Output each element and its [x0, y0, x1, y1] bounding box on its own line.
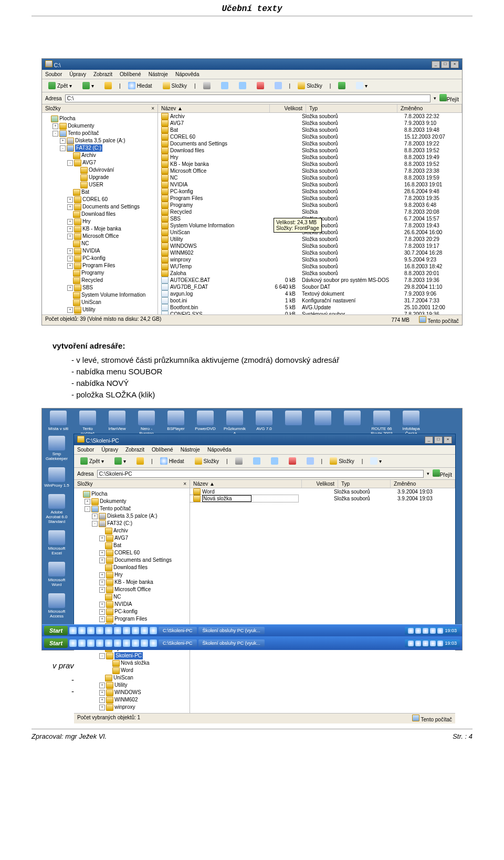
expand-toggle[interactable]: + — [99, 690, 105, 696]
file-row[interactable]: NCSložka souborů8.8.2003 19:59 — [158, 174, 462, 181]
views-button[interactable]: ▾ — [367, 456, 385, 466]
tree-item[interactable]: +Dokumenty — [75, 498, 188, 505]
expand-toggle[interactable]: + — [67, 204, 73, 210]
file-list[interactable]: WordSložka souborů3.9.2004 19:03Složka s… — [190, 488, 455, 713]
col-modified[interactable]: Změněno — [397, 104, 462, 112]
col-size[interactable]: Velikost — [302, 480, 338, 488]
file-row[interactable]: WordSložka souborů3.9.2004 19:03 — [190, 488, 455, 495]
expand-toggle[interactable]: + — [67, 285, 73, 291]
file-list[interactable]: ArchivSložka souborů7.8.2003 22:32AVG7Sl… — [158, 113, 462, 314]
menu-item[interactable]: Zobrazit — [125, 447, 144, 453]
back-button[interactable]: Zpět ▾ — [45, 81, 75, 90]
delete-button[interactable] — [254, 81, 267, 90]
expand-toggle[interactable]: + — [99, 558, 105, 563]
col-modified[interactable]: Změněno — [391, 480, 455, 488]
quicklaunch-icon[interactable] — [132, 639, 139, 647]
quicklaunch-icon[interactable] — [69, 627, 77, 634]
folder-tree[interactable]: Plocha+Dokumenty-Tento počítač+Disketa 3… — [42, 113, 158, 314]
file-row[interactable]: WUTempSložka souborů16.8.2003 18:42 — [158, 263, 462, 270]
menu-item[interactable]: Úpravy — [69, 71, 86, 77]
file-row[interactable]: AVG7DB_F.DAT6 640 kBSoubor DAT29.8.2004 … — [158, 284, 462, 290]
expand-toggle[interactable]: + — [67, 307, 73, 313]
expand-toggle[interactable]: - — [67, 160, 73, 166]
expand-toggle[interactable]: - — [60, 145, 66, 151]
tree-item[interactable]: -Tento počítač — [75, 505, 188, 512]
tree-item[interactable]: +NVIDIA — [43, 247, 156, 255]
tree-item[interactable]: NC — [75, 593, 188, 601]
folders-toggle-button[interactable]: Složky — [327, 456, 357, 466]
quicklaunch-icon[interactable] — [69, 639, 77, 647]
tray-icon[interactable] — [408, 628, 414, 634]
tree-item[interactable]: +Program Files — [43, 262, 156, 269]
tree-item[interactable]: +Microsoft Office — [43, 233, 156, 240]
tray-icon[interactable] — [437, 641, 443, 646]
quicklaunch-icon[interactable] — [96, 639, 103, 647]
delete-button[interactable] — [286, 456, 299, 466]
file-row[interactable]: avgun.log4 kBTextový dokument7.9.2003 9:… — [158, 290, 462, 297]
expand-toggle[interactable]: + — [67, 314, 73, 315]
tree-item[interactable]: +COREL 60 — [43, 196, 156, 203]
expand-toggle[interactable]: - — [85, 506, 90, 512]
expand-toggle[interactable]: + — [99, 705, 105, 710]
system-tray[interactable]: 19:03 — [405, 639, 460, 647]
taskbar-button[interactable]: C:\Skoleni-PC — [159, 639, 197, 647]
menu-item[interactable]: Nápověda — [207, 447, 232, 453]
tray-icon[interactable] — [415, 641, 421, 646]
tree-item[interactable]: +Disketa 3,5 palce (A:) — [75, 512, 188, 520]
menu-item[interactable]: Oblíbené — [152, 447, 173, 453]
tray-icon[interactable] — [423, 628, 428, 634]
file-row[interactable]: COREL 60Složka souborů15.12.2003 20:07 — [158, 133, 462, 140]
quicklaunch-icon[interactable] — [105, 639, 112, 647]
tree-item[interactable]: +Documents and Settings — [43, 203, 156, 211]
file-row[interactable]: Bootfont.bin5 kBAVG.Update25.10.2001 12:… — [158, 304, 462, 311]
file-row[interactable]: WINM602Složka souborů30.7.2004 16:28 — [158, 249, 462, 256]
tree-item[interactable]: Word — [75, 667, 188, 674]
expand-toggle[interactable]: + — [99, 616, 105, 622]
start-button[interactable]: Start — [44, 626, 68, 635]
back-button[interactable]: Zpět ▾ — [77, 456, 107, 466]
tree-item[interactable]: +Hry — [43, 218, 156, 225]
expand-toggle[interactable]: + — [67, 263, 73, 269]
file-row[interactable]: WINDOWSSložka souborů7.8.2003 19:17 — [158, 243, 462, 249]
copy-button[interactable] — [218, 81, 232, 90]
go-button[interactable]: Přejít — [433, 469, 452, 478]
expand-toggle[interactable]: + — [67, 256, 73, 261]
quicklaunch-icon[interactable] — [123, 627, 130, 634]
file-row[interactable]: Documents and SettingsSložka souborů7.8.… — [158, 140, 462, 147]
copy-button[interactable] — [250, 456, 264, 466]
expand-toggle[interactable]: + — [92, 513, 98, 519]
close-button[interactable]: × — [444, 436, 452, 444]
file-row[interactable]: AVG7Složka souborů7.9.2003 9:10 — [158, 120, 462, 127]
expand-toggle[interactable]: + — [99, 580, 105, 585]
expand-toggle[interactable]: + — [99, 697, 105, 703]
quicklaunch-icon[interactable] — [150, 639, 157, 647]
undo-button[interactable] — [303, 456, 317, 466]
tree-item[interactable]: Download files — [43, 211, 156, 218]
start-button[interactable]: Start — [44, 638, 68, 648]
address-input[interactable] — [97, 470, 424, 478]
file-row[interactable]: BatSložka souborů8.8.2003 19:48 — [158, 127, 462, 133]
tree-item[interactable]: Archiv — [43, 152, 156, 159]
folders-button[interactable]: Složky — [160, 81, 190, 90]
expand-toggle[interactable]: - — [99, 653, 105, 659]
quicklaunch-icon[interactable] — [105, 627, 112, 634]
tree-item[interactable]: -AVG7 — [43, 159, 156, 166]
file-row[interactable]: ArchivSložka souborů7.8.2003 22:32 — [158, 113, 462, 120]
expand-toggle[interactable]: + — [99, 609, 105, 615]
file-row[interactable]: Program FilesSložka souborů7.8.2003 19:3… — [158, 195, 462, 202]
folders-button[interactable]: Složky — [192, 456, 222, 466]
taskbar-button[interactable]: Školení obsluhy PC (vyuk... — [198, 639, 265, 647]
rename-input[interactable] — [202, 495, 251, 502]
quicklaunch-icon[interactable] — [78, 627, 86, 634]
expand-toggle[interactable]: + — [67, 248, 73, 254]
menu-item[interactable]: Úpravy — [101, 447, 118, 453]
cut-button[interactable] — [232, 456, 246, 466]
tree-item[interactable]: Archiv — [75, 527, 188, 534]
tree-item[interactable]: -FAT32 (C:) — [43, 144, 156, 152]
column-headers[interactable]: Název ▲ Velikost Typ Změněno — [158, 104, 462, 113]
menu-item[interactable]: Soubor — [45, 71, 62, 77]
tree-item[interactable]: -Skoleni-PC — [75, 652, 188, 659]
expand-toggle[interactable]: + — [52, 123, 58, 129]
up-button[interactable] — [101, 81, 115, 90]
taskbar-upper[interactable]: Start C:\Skoleni-PC Školení obsluhy PC (… — [42, 624, 462, 636]
